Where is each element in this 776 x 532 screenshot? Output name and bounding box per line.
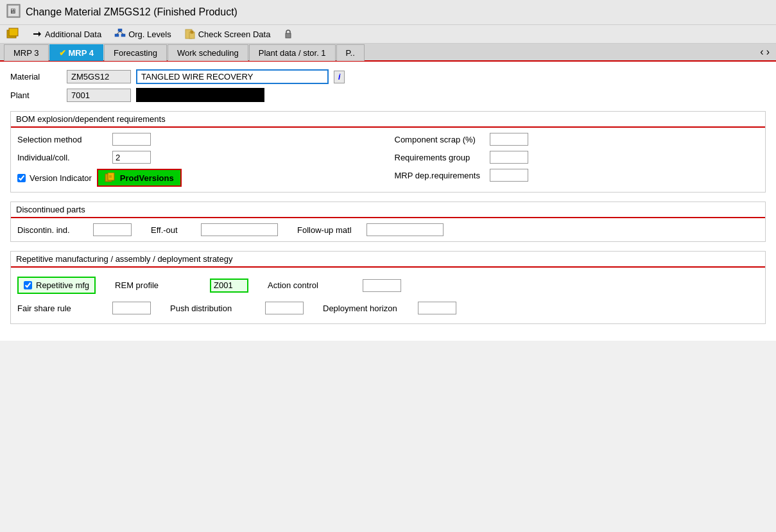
selection-method-row: Selection method	[17, 133, 382, 146]
repetitive-mfg-body: Repetitive mfg REM profile Action contro…	[11, 268, 765, 323]
individual-coll-label: Individual/coll.	[17, 153, 107, 162]
material-header: Material ZM5GS12 TANGLED WIRE RECOVERY i…	[10, 69, 766, 102]
bom-explosion-section: BOM explosion/dependent requirements Sel…	[10, 111, 766, 193]
discontin-ind-input[interactable]	[93, 223, 132, 236]
rem-profile-input[interactable]	[210, 279, 248, 293]
fair-share-row: Fair share rule	[17, 302, 151, 314]
svg-rect-8	[115, 34, 119, 37]
prod-versions-label: ProdVersions	[120, 173, 174, 183]
version-indicator-row: Version Indicator ProdVersions	[17, 169, 382, 187]
repetitive-mfg-top-row: Repetitive mfg REM profile Action contro…	[17, 273, 759, 298]
eff-out-label: Eff.-out	[151, 225, 196, 235]
svg-rect-9	[121, 34, 125, 37]
svg-rect-14	[191, 31, 193, 33]
push-distribution-row: Push distribution	[170, 302, 304, 314]
follow-up-matl-label: Follow-up matl	[297, 225, 361, 235]
title-bar: 🖥 Change Material ZM5GS12 (Finished Prod…	[0, 0, 776, 25]
content-area: Material ZM5GS12 TANGLED WIRE RECOVERY i…	[0, 62, 776, 341]
push-distribution-input[interactable]	[265, 302, 304, 314]
tab-forecasting[interactable]: Forecasting	[104, 44, 167, 61]
material-row: Material ZM5GS12 TANGLED WIRE RECOVERY i	[10, 69, 766, 84]
additional-data-btn[interactable]: Additional Data	[32, 29, 101, 39]
plant-value: 7001	[67, 89, 131, 102]
rem-profile-label: REM profile	[115, 280, 205, 290]
discontin-ind-label: Discontin. ind.	[17, 225, 88, 235]
discontinued-parts-form: Discontin. ind. Eff.-out Follow-up matl	[17, 223, 759, 236]
repetitive-mfg-bottom-row: Fair share rule Push distribution Deploy…	[17, 298, 759, 318]
discontinued-parts-body: Discontin. ind. Eff.-out Follow-up matl	[11, 218, 765, 241]
additional-data-label: Additional Data	[45, 30, 101, 39]
toolbar: Additional Data Org. Levels Check Screen…	[0, 25, 776, 44]
deployment-horizon-row: Deployment horizon	[323, 302, 456, 314]
info-button[interactable]: i	[334, 71, 345, 83]
lock-btn[interactable]	[283, 29, 293, 39]
svg-line-10	[117, 31, 120, 34]
tab-work-scheduling[interactable]: Work scheduling	[168, 44, 248, 61]
tab-nav[interactable]: ‹ ›	[757, 44, 772, 60]
mrp4-icon: ✔	[59, 48, 66, 58]
follow-up-matl-input[interactable]	[366, 223, 444, 236]
main-icon-btn[interactable]	[6, 28, 19, 40]
selection-method-label: Selection method	[17, 135, 107, 144]
tab-nav-right[interactable]: ›	[766, 46, 770, 58]
eff-out-input[interactable]	[201, 223, 278, 236]
material-value: ZM5GS12	[67, 70, 131, 83]
svg-rect-4	[9, 28, 18, 36]
plant-label: Plant	[10, 90, 62, 100]
tab-mrp4[interactable]: ✔MRP 4	[49, 44, 104, 61]
svg-text:🖥: 🖥	[9, 7, 16, 15]
title-icon: 🖥	[6, 4, 21, 21]
svg-line-11	[120, 31, 123, 34]
check-screen-btn[interactable]: Check Screen Data	[184, 28, 271, 40]
component-scrap-input[interactable]	[490, 133, 528, 146]
mrp-dep-row: MRP dep.requirements	[395, 169, 759, 182]
individual-coll-row: Individual/coll.	[17, 151, 382, 164]
svg-marker-5	[33, 31, 41, 34]
deployment-horizon-label: Deployment horizon	[323, 304, 413, 313]
mrp-dep-label: MRP dep.requirements	[395, 171, 485, 180]
plant-text-redacted	[136, 88, 264, 102]
action-control-label: Action control	[268, 280, 358, 290]
repetitive-mfg-section: Repetitive manufacturing / assembly / de…	[10, 251, 766, 324]
discontinued-parts-section: Discontinued parts Discontin. ind. Eff.-…	[10, 202, 766, 242]
prod-versions-button[interactable]: ProdVersions	[97, 169, 182, 187]
eff-out-row: Eff.-out	[151, 223, 278, 236]
repetitive-mfg-highlight: Repetitive mfg	[17, 277, 96, 294]
requirements-group-input[interactable]	[490, 151, 528, 164]
repetitive-mfg-label: Repetitive mfg	[36, 280, 89, 290]
version-indicator-check-row: Version Indicator	[17, 173, 92, 183]
push-distribution-label: Push distribution	[170, 304, 260, 313]
tab-p[interactable]: P..	[336, 44, 365, 61]
prod-versions-icon	[105, 173, 116, 183]
svg-marker-6	[33, 34, 41, 37]
title-text: Change Material ZM5GS12 (Finished Produc…	[26, 6, 237, 18]
component-scrap-row: Component scrap (%)	[395, 133, 759, 146]
requirements-group-label: Requirements group	[395, 153, 485, 162]
fair-share-input[interactable]	[112, 302, 151, 314]
bom-explosion-body: Selection method Individual/coll. Versio…	[11, 128, 765, 192]
bom-form-grid: Selection method Individual/coll. Versio…	[17, 133, 759, 187]
material-desc[interactable]: TANGLED WIRE RECOVERY	[136, 69, 329, 84]
material-label: Material	[10, 72, 62, 82]
org-levels-label: Org. Levels	[128, 30, 171, 39]
action-control-input[interactable]	[363, 279, 401, 292]
version-indicator-checkbox[interactable]	[17, 174, 26, 182]
discontinued-parts-header: Discontinued parts	[11, 202, 765, 218]
rem-profile-row: REM profile	[115, 279, 248, 293]
tab-mrp3[interactable]: MRP 3	[4, 44, 49, 61]
individual-coll-input[interactable]	[112, 151, 151, 164]
version-indicator-label: Version Indicator	[30, 173, 92, 183]
check-screen-label: Check Screen Data	[198, 30, 271, 39]
tab-nav-left[interactable]: ‹	[760, 46, 763, 58]
follow-up-matl-row: Follow-up matl	[297, 223, 444, 236]
org-levels-btn[interactable]: Org. Levels	[114, 28, 171, 40]
mrp-dep-input[interactable]	[490, 169, 528, 182]
plant-row: Plant 7001	[10, 88, 766, 102]
tabs-bar: MRP 3 ✔MRP 4 Forecasting Work scheduling…	[0, 44, 776, 62]
action-control-row: Action control	[268, 279, 401, 292]
repetitive-mfg-checkbox[interactable]	[24, 281, 32, 289]
svg-rect-15	[286, 33, 291, 38]
tab-plant-data[interactable]: Plant data / stor. 1	[249, 44, 336, 61]
deployment-horizon-input[interactable]	[418, 302, 456, 314]
selection-method-input[interactable]	[112, 133, 151, 146]
